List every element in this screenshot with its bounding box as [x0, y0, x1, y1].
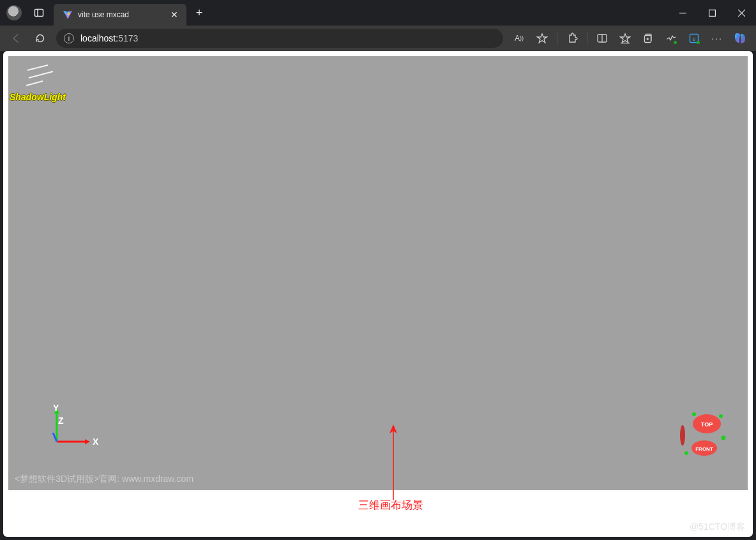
svg-rect-0 — [35, 10, 43, 17]
close-window-button[interactable] — [727, 3, 756, 23]
url-text: localhost:5173 — [80, 33, 138, 43]
toolbar-right: A)) e ··· — [508, 28, 751, 49]
extensions-icon[interactable] — [561, 28, 583, 49]
split-screen-icon[interactable] — [591, 28, 613, 49]
annotation-label: 三维画布场景 — [358, 498, 423, 513]
separator — [587, 32, 587, 45]
favorite-icon[interactable] — [531, 28, 553, 49]
address-bar[interactable]: i localhost:5173 — [56, 29, 503, 48]
profile-icon[interactable] — [6, 5, 22, 20]
separator — [557, 32, 557, 45]
copilot-icon[interactable] — [729, 28, 751, 49]
blog-watermark: @51CTO博客 — [690, 521, 745, 533]
favorites-bar-icon[interactable] — [614, 28, 636, 49]
refresh-button[interactable] — [29, 28, 51, 49]
new-tab-button[interactable]: + — [190, 4, 208, 22]
svg-text:Z: Z — [58, 416, 64, 426]
tab-close-icon[interactable]: ✕ — [169, 9, 180, 20]
browser-tab[interactable]: vite use mxcad ✕ — [54, 4, 186, 26]
performance-icon[interactable] — [660, 28, 682, 49]
svg-point-28 — [692, 412, 696, 416]
axis-gizmo[interactable]: Y Z X — [44, 405, 102, 458]
svg-marker-18 — [85, 439, 90, 444]
software-watermark: <梦想软件3D试用版>官网: www.mxdraw.com — [15, 474, 193, 485]
tab-title: vite use mxcad — [78, 10, 169, 19]
minimize-button[interactable] — [668, 3, 697, 23]
more-icon[interactable]: ··· — [706, 28, 728, 49]
vite-favicon-icon — [63, 10, 73, 20]
annotation-arrow-icon — [384, 424, 403, 501]
canvas-3d-viewport[interactable]: ShadowLight Y Z X <梦想软件3D试用版>官网: www.mxd… — [8, 56, 748, 490]
page-content: ShadowLight Y Z X <梦想软件3D试用版>官网: www.mxd… — [3, 51, 753, 537]
window-titlebar: vite use mxcad ✕ + — [0, 0, 756, 26]
read-aloud-icon[interactable]: A)) — [508, 28, 530, 49]
shadowlight-label: ShadowLight — [10, 92, 66, 102]
svg-point-27 — [680, 425, 685, 446]
svg-line-16 — [26, 81, 43, 86]
svg-rect-3 — [709, 10, 715, 16]
collections-icon[interactable] — [637, 28, 659, 49]
maximize-button[interactable] — [697, 3, 727, 23]
svg-point-31 — [684, 451, 688, 455]
svg-point-30 — [722, 436, 726, 440]
viewcube-front-label: FRONT — [695, 446, 713, 452]
view-cube[interactable]: TOP FRONT — [675, 409, 730, 466]
shadowlight-sketch-icon — [24, 64, 62, 89]
internet-explorer-mode-icon[interactable]: e — [683, 28, 705, 49]
svg-text:e: e — [693, 35, 696, 42]
tab-actions-icon[interactable] — [31, 4, 47, 21]
svg-text:Y: Y — [53, 405, 59, 413]
browser-toolbar: i localhost:5173 A)) e ··· — [0, 26, 756, 51]
svg-line-15 — [29, 71, 53, 78]
svg-point-29 — [719, 414, 723, 418]
window-controls — [668, 0, 756, 26]
back-button[interactable] — [5, 28, 27, 49]
svg-text:X: X — [93, 437, 99, 447]
site-info-icon[interactable]: i — [64, 33, 74, 43]
viewcube-top-label: TOP — [701, 421, 713, 428]
svg-line-14 — [27, 65, 48, 70]
